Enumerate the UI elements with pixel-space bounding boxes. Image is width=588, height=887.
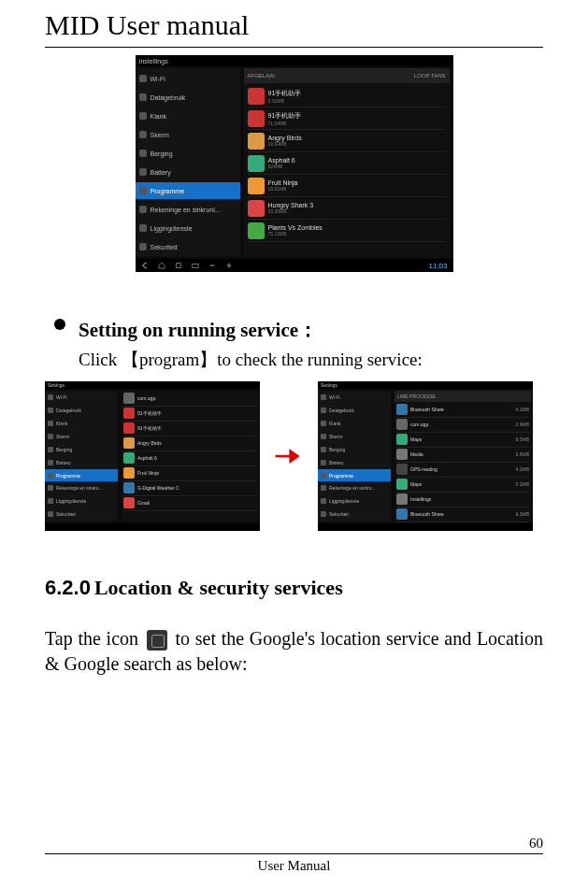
screenshot-running-services: Settings Wi-FiDatagebruikKlankSkermBergi… <box>318 381 533 531</box>
sidebar-item: Battery <box>136 164 240 180</box>
list-item: Maps5.3MB <box>396 478 529 493</box>
section-number: 6.2.0 <box>45 576 91 599</box>
list-item: G-Digital Weather C <box>123 481 256 496</box>
page-title: MID User manual <box>45 9 543 41</box>
list-item: Angry Birds <box>123 436 256 451</box>
screenshot-pair: Settings Wi-FiDatagebruikKlankSkermBergi… <box>45 381 543 531</box>
list-item: Asphalt 6 <box>123 451 256 466</box>
voldown-icon <box>208 262 216 269</box>
sidebar-item: Sekuriteit <box>318 508 391 521</box>
sidebar-item: Berging <box>45 443 118 455</box>
sidebar-item: Liggingdienste <box>136 220 240 236</box>
sidebar-item: Datagebruik <box>136 89 240 106</box>
app-row: 91手机助手71.54MB <box>248 107 446 130</box>
screenshot-apps-list: Settings Wi-FiDatagebruikKlankSkermBergi… <box>45 381 260 531</box>
svg-rect-1 <box>192 264 197 267</box>
sidebar-item: Wi-Fi <box>136 70 240 87</box>
screenshot-icon <box>192 262 199 269</box>
sidebar-item: Liggingdienste <box>318 495 391 508</box>
sidebar-item: Datagebruik <box>45 405 118 417</box>
sidebar-item: Berging <box>318 443 391 455</box>
sidebar-item: Rekeninge en sinkroni... <box>136 201 240 218</box>
app-row: Asphalt 6624MB <box>248 152 446 175</box>
list-item: 91手机助手 <box>123 407 256 422</box>
sidebar-item: Battery <box>318 456 391 468</box>
bullet-section: Setting on running service： Click 【progr… <box>45 317 543 372</box>
tab-downloaded: AFGELAAI <box>248 73 275 79</box>
arrow-right-icon <box>265 447 312 465</box>
list-item: com.ogp. <box>123 392 256 407</box>
volup-icon <box>225 262 233 269</box>
list-item: 91手机助手 <box>123 422 256 436</box>
sidebar-item: Wi-Fi <box>45 392 118 404</box>
sidebar-item: Wi-Fi <box>318 392 391 404</box>
list-item: Bluetooth Share4.1MB <box>396 403 529 418</box>
sidebar-item: Programme <box>45 469 118 481</box>
app-row: Hungry Shark 333.35MB <box>248 197 446 220</box>
section-heading: 6.2.0Location & security services <box>45 576 543 600</box>
page-number: 60 <box>45 836 543 851</box>
recent-icon <box>175 262 182 269</box>
list-item: Media2.9MB <box>396 448 529 463</box>
list-item: com.ogp.2.9MB <box>396 418 529 433</box>
sidebar-item: Rekeninge en sinkro... <box>318 482 391 494</box>
sidebar-item: Skerm <box>318 430 391 442</box>
svg-rect-0 <box>176 264 180 268</box>
sidebar-item: Sekuriteit <box>136 238 240 255</box>
list-item: Bluetooth Share6.3MB <box>396 508 529 522</box>
sidebar-item: Klank <box>45 418 118 430</box>
sidebar-item: Berging <box>136 145 240 162</box>
screenshot-apps-downloaded: Instellings Wi-FiDatagebruikKlankSkermBe… <box>136 55 453 272</box>
section-title: Location & security services <box>94 576 343 599</box>
app-row: Plants Vs Zombies75.12MB <box>248 220 446 242</box>
app-row: Angry Birds19.54MB <box>248 130 446 152</box>
sidebar-item: Klank <box>136 107 240 124</box>
list-item: Instellings <box>396 493 529 508</box>
bullet-title: Setting on running service： <box>79 317 543 343</box>
bullet-desc: Click 【program】to check the running serv… <box>79 349 543 372</box>
list-item: Fruit Ninja <box>123 466 256 481</box>
footer: 60 User Manual <box>45 836 543 874</box>
sidebar-item: Sekuriteit <box>45 508 118 521</box>
window-title: Instellings <box>139 58 168 64</box>
sidebar-item: Klank <box>318 418 391 430</box>
clock-text: 11:03 <box>428 262 447 270</box>
back-icon <box>141 262 149 269</box>
list-item: Gmail <box>123 496 256 511</box>
sidebar-item: Skerm <box>45 430 118 442</box>
sidebar-item: Datagebruik <box>318 405 391 417</box>
sidebar-item: Rekeninge en sinkro... <box>45 482 118 494</box>
app-row: Fruit Ninja19.01MB <box>248 175 446 197</box>
sidebar-item: Liggingdienste <box>45 495 118 508</box>
footer-rule <box>45 853 543 854</box>
sidebar-item: Programme <box>318 469 391 481</box>
header-rule <box>45 47 543 48</box>
home-icon <box>158 262 165 269</box>
settings-icon <box>147 630 167 651</box>
bullet-icon <box>54 319 65 330</box>
footer-label: User Manual <box>45 858 543 874</box>
list-item: Maps8.0MB <box>396 433 529 448</box>
app-row: 91手机助手5.31MB <box>248 85 446 107</box>
sidebar-item: Programme <box>136 182 240 199</box>
body-paragraph: Tap the icon to set the Google's locatio… <box>45 626 543 677</box>
tab-running: LOOP TANS <box>414 73 446 79</box>
sidebar-item: Skerm <box>136 126 240 143</box>
sidebar-item: Battery <box>45 456 118 468</box>
list-item: GPS-reading4.2MB <box>396 463 529 478</box>
